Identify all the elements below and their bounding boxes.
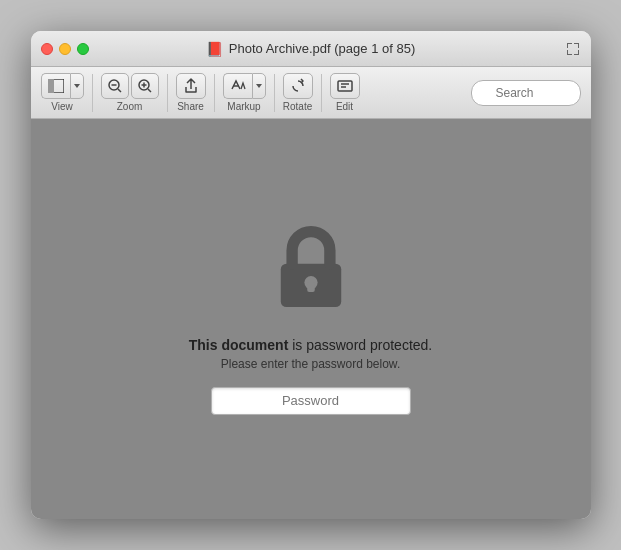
view-button-group xyxy=(41,73,84,99)
content-area: This document is password protected. Ple… xyxy=(31,119,591,519)
edit-label: Edit xyxy=(336,101,353,112)
zoom-out-button[interactable] xyxy=(101,73,129,99)
toolbar: View xyxy=(31,67,591,119)
separator-3 xyxy=(214,74,215,112)
search-container: 🔍 xyxy=(471,80,581,106)
bold-text: This document xyxy=(189,337,289,353)
share-group: Share xyxy=(176,73,206,112)
titlebar: 📕 Photo Archive.pdf (page 1 of 85) xyxy=(31,31,591,67)
markup-button[interactable] xyxy=(223,73,252,99)
separator-2 xyxy=(167,74,168,112)
zoom-group: Zoom xyxy=(101,73,159,112)
rotate-group: Rotate xyxy=(283,73,313,112)
rotate-label: Rotate xyxy=(283,101,312,112)
password-message: This document is password protected. Ple… xyxy=(189,337,433,371)
lock-icon xyxy=(271,224,351,313)
view-label: View xyxy=(51,101,73,112)
markup-group: Markup xyxy=(223,73,266,112)
separator-4 xyxy=(274,74,275,112)
search-input[interactable] xyxy=(471,80,581,106)
separator-5 xyxy=(321,74,322,112)
zoom-in-button[interactable] xyxy=(131,73,159,99)
edit-group: Edit xyxy=(330,73,360,112)
markup-dropdown-button[interactable] xyxy=(252,73,266,99)
svg-rect-10 xyxy=(338,81,352,91)
app-window: 📕 Photo Archive.pdf (page 1 of 85) xyxy=(31,31,591,519)
separator-1 xyxy=(92,74,93,112)
svg-rect-15 xyxy=(307,282,315,291)
main-message: This document is password protected. xyxy=(189,337,433,353)
sub-message: Please enter the password below. xyxy=(189,357,433,371)
fullscreen-button[interactable] xyxy=(565,41,581,57)
share-button[interactable] xyxy=(176,73,206,99)
traffic-lights xyxy=(41,43,89,55)
search-wrapper: 🔍 xyxy=(471,80,581,106)
share-label: Share xyxy=(177,101,204,112)
zoom-label: Zoom xyxy=(117,101,143,112)
view-group: View xyxy=(41,73,84,112)
markup-chevron-icon xyxy=(256,84,262,88)
markup-button-group xyxy=(223,73,266,99)
pdf-icon: 📕 xyxy=(206,41,223,57)
markup-label: Markup xyxy=(227,101,260,112)
password-input[interactable] xyxy=(211,387,411,415)
edit-button[interactable] xyxy=(330,73,360,99)
rotate-button[interactable] xyxy=(283,73,313,99)
chevron-down-icon xyxy=(74,84,80,88)
view-dropdown-button[interactable] xyxy=(70,73,84,99)
zoom-buttons xyxy=(101,73,159,99)
minimize-button[interactable] xyxy=(59,43,71,55)
view-button[interactable] xyxy=(41,73,70,99)
window-title: 📕 Photo Archive.pdf (page 1 of 85) xyxy=(206,41,415,57)
svg-line-4 xyxy=(118,89,121,92)
maximize-button[interactable] xyxy=(77,43,89,55)
title-label: Photo Archive.pdf (page 1 of 85) xyxy=(229,41,415,56)
svg-rect-1 xyxy=(48,79,54,93)
close-button[interactable] xyxy=(41,43,53,55)
normal-text: is password protected. xyxy=(288,337,432,353)
svg-line-8 xyxy=(148,89,151,92)
